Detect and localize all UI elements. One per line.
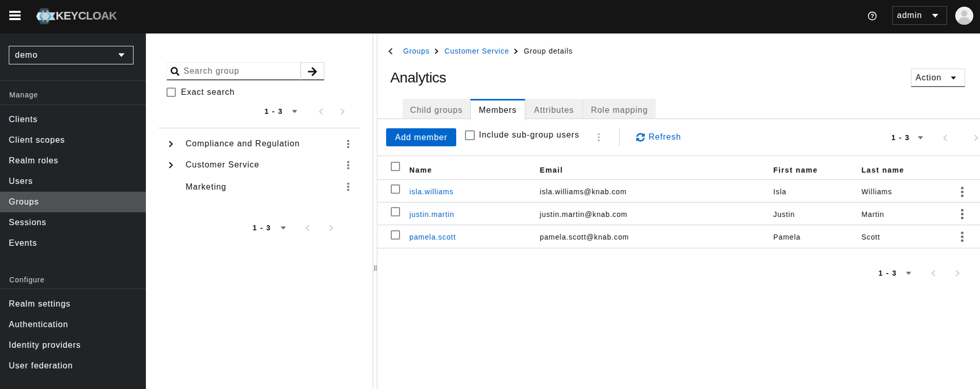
svg-text:?: ? — [871, 13, 874, 19]
svg-text:KEYCLOAK: KEYCLOAK — [56, 9, 117, 22]
